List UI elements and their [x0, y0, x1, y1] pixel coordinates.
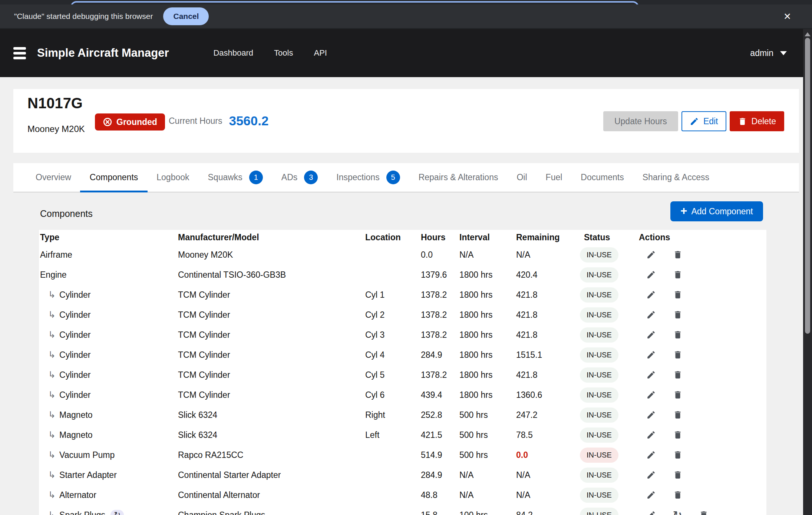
cell-manufacturer-model: TCM Cylinder: [178, 290, 365, 300]
tail-number: N1017G: [27, 95, 83, 112]
edit-component-icon[interactable]: [646, 290, 656, 300]
tab-fuel[interactable]: Fuel: [546, 163, 562, 192]
delete-component-icon[interactable]: [673, 450, 683, 460]
edit-component-icon[interactable]: [646, 430, 656, 440]
delete-component-icon[interactable]: [673, 310, 683, 320]
edit-component-icon[interactable]: [646, 310, 656, 320]
edit-component-icon[interactable]: [646, 490, 656, 500]
cell-type: ↳ Cylinder: [40, 310, 178, 320]
cell-status: IN-USE: [584, 287, 639, 303]
aircraft-action-buttons: Update Hours Edit Delete: [603, 111, 784, 131]
component-type: Cylinder: [59, 310, 90, 320]
component-type: Magneto: [59, 430, 93, 440]
cell-status: IN-USE: [584, 367, 639, 383]
edit-component-icon[interactable]: [646, 330, 656, 340]
cell-status: IN-USE: [584, 508, 639, 515]
cell-remaining: 78.5: [516, 430, 584, 440]
tab-ads[interactable]: ADs 3: [281, 163, 318, 192]
username: admin: [750, 48, 773, 58]
status-badge: IN-USE: [580, 307, 618, 323]
nav-link-dashboard[interactable]: Dashboard: [213, 48, 253, 58]
edit-component-icon[interactable]: [646, 390, 656, 400]
edit-component-icon[interactable]: [646, 510, 656, 515]
scrollbar-thumb[interactable]: [805, 38, 810, 334]
add-component-button[interactable]: + Add Component: [670, 201, 763, 221]
delete-component-icon[interactable]: [673, 370, 683, 380]
nav-link-tools[interactable]: Tools: [274, 48, 293, 58]
cancel-debug-button[interactable]: Cancel: [163, 7, 209, 25]
delete-component-icon[interactable]: [673, 410, 683, 420]
scrollbar-up-arrow[interactable]: [805, 32, 811, 36]
tab-components[interactable]: Components: [90, 163, 138, 192]
chevron-down-icon: [780, 51, 787, 55]
tab-inspections[interactable]: Inspections 5: [336, 163, 400, 192]
cell-interval: 500 hrs: [459, 450, 516, 460]
close-icon[interactable]: ✕: [783, 11, 791, 22]
edit-component-icon[interactable]: [646, 450, 656, 460]
cell-remaining: N/A: [516, 250, 584, 260]
tab-logbook[interactable]: Logbook: [156, 163, 189, 192]
cell-type: ↳ Cylinder: [40, 330, 178, 340]
edit-component-icon[interactable]: [646, 270, 656, 280]
delete-component-icon[interactable]: [673, 430, 683, 440]
edit-component-icon[interactable]: [646, 370, 656, 380]
cell-remaining: 421.8: [516, 370, 584, 380]
renew-component-icon[interactable]: ↻: [673, 510, 682, 515]
table-row: ↳ Cylinder TCM Cylinder Cyl 1 1378.2 180…: [39, 285, 766, 305]
tab-oil[interactable]: Oil: [516, 163, 527, 192]
cell-actions: [639, 310, 766, 320]
delete-component-icon[interactable]: [673, 470, 683, 480]
cell-type: ↳ Vacuum Pump: [40, 450, 178, 460]
cell-manufacturer-model: Continental Starter Adapter: [178, 470, 365, 480]
tab-repairs-alterations[interactable]: Repairs & Alterations: [419, 163, 498, 192]
cell-manufacturer-model: Slick 6324: [178, 430, 365, 440]
aircraft-model: Mooney M20K: [27, 124, 85, 134]
table-row: ↳ Cylinder TCM Cylinder Cyl 5 1378.2 180…: [39, 365, 766, 385]
cell-hours: 1379.6: [421, 270, 459, 280]
tab-documents[interactable]: Documents: [581, 163, 624, 192]
cell-actions: [639, 350, 766, 360]
cell-hours: 1378.2: [421, 370, 459, 380]
cell-hours: 252.8: [421, 410, 459, 420]
edit-aircraft-button[interactable]: Edit: [681, 111, 726, 131]
edit-component-icon[interactable]: [646, 350, 656, 360]
cell-manufacturer-model: Slick 6324: [178, 410, 365, 420]
tab-overview[interactable]: Overview: [36, 163, 71, 192]
edit-component-icon[interactable]: [646, 410, 656, 420]
delete-component-icon[interactable]: [673, 250, 683, 260]
delete-component-icon[interactable]: [699, 510, 709, 515]
delete-component-icon[interactable]: [673, 490, 683, 500]
cell-status: IN-USE: [584, 488, 639, 503]
app-title: Simple Aircraft Manager: [37, 46, 169, 60]
cell-hours: 439.4: [421, 390, 459, 400]
cell-remaining: 1360.6: [516, 390, 584, 400]
cell-location: Cyl 5: [365, 370, 421, 380]
delete-component-icon[interactable]: [673, 390, 683, 400]
cell-type: ↳ Magneto: [40, 430, 178, 440]
cell-type: ↳ Cylinder: [40, 370, 178, 380]
delete-component-icon[interactable]: [673, 270, 683, 280]
delete-component-icon[interactable]: [673, 290, 683, 300]
cell-status: IN-USE: [584, 387, 639, 403]
edit-component-icon[interactable]: [646, 250, 656, 260]
tab-sharing-access[interactable]: Sharing & Access: [643, 163, 709, 192]
edit-component-icon[interactable]: [646, 470, 656, 480]
tab-squawks[interactable]: Squawks 1: [208, 163, 263, 192]
recurring-refresh-chip-icon: ↻: [110, 510, 124, 515]
cell-type: ↳ Cylinder: [40, 390, 178, 400]
hamburger-menu-icon[interactable]: [13, 45, 26, 62]
update-hours-button[interactable]: Update Hours: [603, 111, 678, 131]
delete-aircraft-button[interactable]: Delete: [730, 111, 784, 131]
nav-link-api[interactable]: API: [314, 48, 327, 58]
delete-component-icon[interactable]: [673, 330, 683, 340]
cell-type: ↳ Cylinder: [40, 350, 178, 360]
scrollbar[interactable]: [803, 29, 812, 515]
user-menu[interactable]: admin: [750, 48, 787, 58]
current-hours-value: 3560.2: [229, 113, 268, 128]
cell-manufacturer-model: Mooney M20K: [178, 250, 365, 260]
infobar-message: "Claude" started debugging this browser: [14, 12, 153, 21]
cell-type: ↳ Magneto: [40, 410, 178, 420]
cell-hours: 48.8: [421, 490, 459, 500]
tab-label: ADs: [281, 172, 297, 182]
delete-component-icon[interactable]: [673, 350, 683, 360]
